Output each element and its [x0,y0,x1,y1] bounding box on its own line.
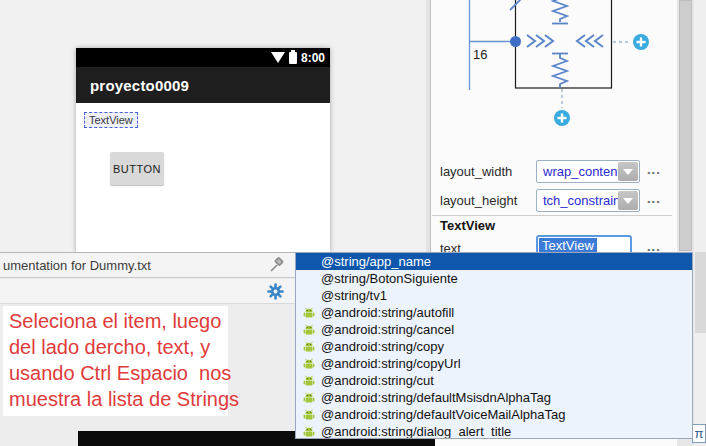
window-edge [694,0,706,446]
constraint-widget-inspector[interactable]: 16 [431,0,677,140]
doc-note: Seleciona el item, luegodel lado dercho,… [3,306,228,416]
margin-value: 16 [473,47,487,62]
pi-icon[interactable]: π [692,424,706,443]
layout-width-combo[interactable]: wrap_content [536,160,640,183]
doc-panel-toolbar [0,279,295,304]
doc-note-line: Seleciona el item, luego [9,308,228,334]
left-anchor-dot[interactable] [510,36,521,47]
phone-status-bar: 8:00 [76,48,330,67]
autocomplete-item[interactable]: @string/BotonSiguiente [296,270,692,287]
wifi-icon [271,52,285,63]
textview-widget[interactable]: TextView [84,112,138,128]
autocomplete-item[interactable]: @string/tv1 [296,287,692,304]
prop-label: layout_width [440,164,512,179]
button-widget[interactable]: BUTTON [110,152,164,185]
right-arrows-icon [577,35,603,47]
app-title-bar: proyecto0009 [76,67,330,103]
android-icon [302,341,321,353]
autocomplete-item-label: @android:string/copyUrl [321,356,461,371]
android-icon [302,324,321,336]
android-icon [302,307,321,319]
autocomplete-item[interactable]: @android:string/defaultVoiceMailAlphaTag [296,406,692,423]
autocomplete-item-label: @string/tv1 [321,288,387,303]
doc-panel-header[interactable]: umentation for Dummy.txt [0,253,295,278]
top-spring-icon [552,0,568,24]
prop-label: layout_height [440,193,517,208]
android-icon [302,375,321,387]
more-button[interactable]: ... [647,162,661,177]
gear-icon[interactable] [267,283,284,300]
android-studio-window: 8:00 proyecto0009 TextView BUTTON 16 [0,0,706,446]
section-title: TextView [440,218,495,233]
scrollbar-thumb[interactable] [679,0,692,251]
autocomplete-item-label: @string/app_name [321,254,431,269]
combo-value: wrap_content [543,164,621,179]
android-icon [302,409,321,421]
doc-note-line: usando Ctrl Espacio nos [9,360,228,386]
documentation-panel: umentation for Dummy.txt Selecion [0,252,295,446]
autocomplete-item[interactable]: @android:string/cut [296,372,692,389]
autocomplete-item-label: @string/BotonSiguiente [321,271,458,286]
chevron-down-icon[interactable] [618,162,638,181]
phone-preview: 8:00 proyecto0009 TextView BUTTON [76,48,330,252]
autocomplete-item-label: @android:string/dialog_alert_title [321,424,511,439]
autocomplete-item[interactable]: @android:string/dialog_alert_title [296,423,692,439]
app-title: proyecto0009 [90,77,189,94]
chevron-down-icon[interactable] [618,191,638,210]
autocomplete-item-label: @android:string/defaultVoiceMailAlphaTag [321,407,565,422]
autocomplete-item-label: @android:string/copy [321,339,444,354]
autocomplete-item[interactable]: @android:string/defaultMsisdnAlphaTag [296,389,692,406]
android-icon [302,426,321,438]
section-divider [432,215,672,216]
autocomplete-item-label: @android:string/cut [321,373,434,388]
doc-panel-title: umentation for Dummy.txt [0,258,151,273]
outer-scrollbar-thumb[interactable] [695,252,706,333]
android-icon [302,358,321,370]
autocomplete-item[interactable]: @android:string/copy [296,338,692,355]
autocomplete-item[interactable]: @android:string/autofill [296,304,692,321]
pin-icon[interactable] [268,257,285,274]
left-arrows-icon [527,35,553,47]
doc-note-line: del lado dercho, text, y [9,334,228,360]
battery-icon [289,52,297,64]
status-time: 8:00 [301,51,325,65]
combo-value: tch_constraint [543,193,624,208]
autocomplete-item[interactable]: @string/app_name [296,253,692,270]
selected-text: TextView [539,238,597,253]
autocomplete-item-label: @android:string/cancel [321,322,454,337]
add-right-constraint-button[interactable] [633,34,649,50]
add-bottom-constraint-button[interactable] [554,110,570,126]
doc-note-line: muestra la lista de Strings [9,386,228,412]
layout-height-combo[interactable]: tch_constraint [536,189,640,212]
autocomplete-item-label: @android:string/autofill [321,305,454,320]
prop-row-layout-height: layout_height tch_constraint ... [431,189,677,212]
autocomplete-item[interactable]: @android:string/copyUrl [296,355,692,372]
android-icon [302,392,321,404]
autocomplete-item[interactable]: @android:string/cancel [296,321,692,338]
more-button[interactable]: ... [647,191,661,206]
prop-row-layout-width: layout_width wrap_content ... [431,160,677,183]
autocomplete-popup: @string/app_name@string/BotonSiguiente@s… [295,252,693,439]
autocomplete-item-label: @android:string/defaultMsisdnAlphaTag [321,390,551,405]
bottom-spring-icon [552,54,568,89]
